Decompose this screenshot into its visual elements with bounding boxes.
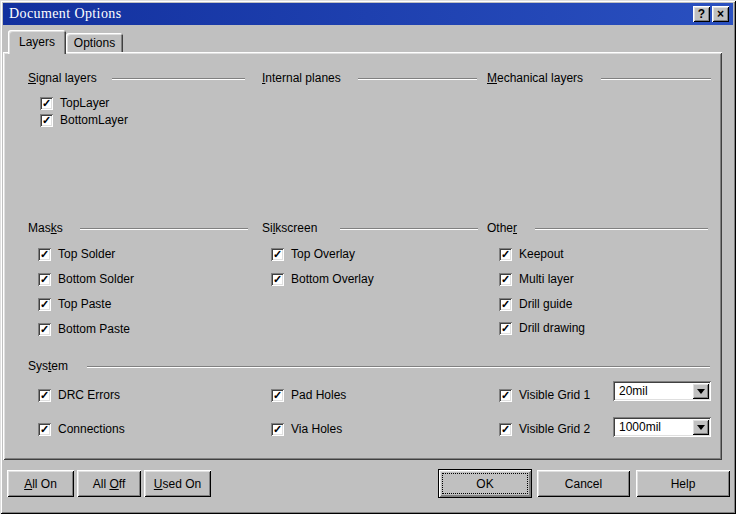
close-button[interactable]: ×	[712, 6, 729, 22]
check-icon: ✓	[501, 322, 510, 335]
checkbox-top-solder[interactable]: ✓ Top Solder	[38, 247, 115, 261]
grid2-value: 1000mil	[615, 420, 692, 434]
checkbox-label: Drill guide	[519, 297, 572, 311]
label-text: All	[93, 477, 110, 491]
label-text: Help	[671, 477, 696, 491]
checkbox-keepout[interactable]: ✓ Keepout	[499, 247, 564, 261]
checkbox-visible-grid-1[interactable]: ✓ Visible Grid 1	[499, 388, 590, 402]
checkbox-box: ✓	[38, 298, 51, 311]
checkbox-box: ✓	[38, 323, 51, 336]
label-text: nternal planes	[265, 71, 340, 85]
checkbox-bottom-solder[interactable]: ✓ Bottom Solder	[38, 272, 134, 286]
dropdown-button[interactable]	[692, 419, 709, 435]
help-icon: ?	[698, 8, 705, 20]
check-icon: ✓	[40, 273, 49, 286]
checkbox-connections[interactable]: ✓ Connections	[38, 422, 125, 436]
titlebar[interactable]: Document Options	[3, 3, 733, 25]
checkbox-label: BottomLayer	[60, 113, 128, 127]
section-title-other: Other	[487, 221, 517, 235]
label-text: O	[109, 477, 118, 491]
tab-options[interactable]: Options	[66, 33, 123, 52]
checkbox-label: Bottom Solder	[58, 272, 134, 286]
checkbox-box: ✓	[271, 273, 284, 286]
checkbox-label: Top Paste	[58, 297, 111, 311]
section-title-system: System	[28, 359, 68, 373]
section-divider	[112, 78, 245, 80]
label-text: A	[24, 477, 32, 491]
check-icon: ✓	[40, 323, 49, 336]
cancel-button[interactable]: Cancel	[537, 470, 630, 497]
checkbox-box: ✓	[271, 248, 284, 261]
checkbox-label: Visible Grid 1	[519, 388, 590, 402]
checkbox-box: ✓	[271, 389, 284, 402]
document-options-dialog: Document Options ? × Layers Options Sign…	[0, 0, 736, 514]
checkbox-label: Via Holes	[291, 422, 342, 436]
all-on-button[interactable]: All On	[7, 470, 74, 497]
label-text: OK	[476, 477, 493, 491]
checkbox-box: ✓	[38, 423, 51, 436]
label-text: s	[57, 221, 63, 235]
checkbox-box: ✓	[499, 298, 512, 311]
checkbox-box: ✓	[40, 114, 53, 127]
dropdown-button[interactable]	[692, 383, 709, 399]
label-text: sed On	[162, 477, 201, 491]
checkbox-box: ✓	[499, 322, 512, 335]
checkbox-box: ✓	[40, 97, 53, 110]
tab-label: Layers	[19, 35, 55, 49]
checkbox-box: ✓	[38, 273, 51, 286]
checkbox-pad-holes[interactable]: ✓ Pad Holes	[271, 388, 346, 402]
grid2-dropdown[interactable]: 1000mil	[613, 417, 711, 437]
check-icon: ✓	[501, 298, 510, 311]
checkbox-label: Bottom Paste	[58, 322, 130, 336]
checkbox-drc-errors[interactable]: ✓ DRC Errors	[38, 388, 120, 402]
checkbox-label: Visible Grid 2	[519, 422, 590, 436]
chevron-down-icon	[697, 425, 705, 430]
grid1-dropdown[interactable]: 20mil	[613, 381, 711, 401]
section-divider	[87, 366, 710, 368]
checkbox-label: Pad Holes	[291, 388, 346, 402]
label-text: U	[154, 477, 163, 491]
section-title-silkscreen: Silkscreen	[262, 221, 317, 235]
section-divider	[80, 228, 248, 230]
section-title-signal-layers: Signal layers	[28, 71, 97, 85]
label-text: ff	[119, 477, 125, 491]
checkbox-top-overlay[interactable]: ✓ Top Overlay	[271, 247, 355, 261]
label-text: kscreen	[275, 221, 317, 235]
all-off-button[interactable]: All Off	[77, 470, 141, 497]
used-on-button[interactable]: Used On	[144, 470, 211, 497]
checkbox-label: Top Solder	[58, 247, 115, 261]
checkbox-label: Multi layer	[519, 272, 574, 286]
check-icon: ✓	[273, 273, 282, 286]
tab-layers[interactable]: Layers	[8, 30, 66, 54]
checkbox-top-paste[interactable]: ✓ Top Paste	[38, 297, 111, 311]
close-icon: ×	[717, 8, 724, 20]
label-text: S	[28, 71, 36, 85]
section-title-mechanical-layers: Mechanical layers	[487, 71, 583, 85]
checkbox-box: ✓	[499, 423, 512, 436]
help-button[interactable]: ?	[693, 6, 710, 22]
help-dialog-button[interactable]: Help	[636, 470, 730, 497]
checkbox-drill-guide[interactable]: ✓ Drill guide	[499, 297, 572, 311]
grid1-value: 20mil	[615, 384, 692, 398]
checkbox-multi-layer[interactable]: ✓ Multi layer	[499, 272, 574, 286]
checkbox-bottomlayer[interactable]: ✓ BottomLayer	[40, 113, 128, 127]
checkbox-drill-drawing[interactable]: ✓ Drill drawing	[499, 321, 585, 335]
check-icon: ✓	[40, 248, 49, 261]
check-icon: ✓	[40, 389, 49, 402]
tab-label: Options	[74, 36, 115, 50]
checkbox-toplayer[interactable]: ✓ TopLayer	[40, 96, 109, 110]
check-icon: ✓	[40, 298, 49, 311]
label-text: Si	[262, 221, 273, 235]
checkbox-bottom-paste[interactable]: ✓ Bottom Paste	[38, 322, 130, 336]
check-icon: ✓	[501, 248, 510, 261]
checkbox-via-holes[interactable]: ✓ Via Holes	[271, 422, 342, 436]
ok-button[interactable]: OK	[438, 469, 532, 498]
check-icon: ✓	[273, 389, 282, 402]
check-icon: ✓	[501, 273, 510, 286]
checkbox-bottom-overlay[interactable]: ✓ Bottom Overlay	[271, 272, 374, 286]
label-text: echanical layers	[497, 71, 583, 85]
section-title-internal-planes: Internal planes	[262, 71, 341, 85]
section-divider	[340, 228, 478, 230]
checkbox-label: Top Overlay	[291, 247, 355, 261]
checkbox-visible-grid-2[interactable]: ✓ Visible Grid 2	[499, 422, 590, 436]
